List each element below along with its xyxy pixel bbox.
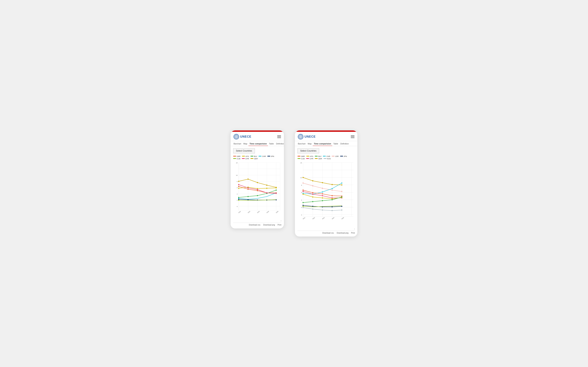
svg-point-114: [322, 193, 323, 194]
tab-barchart-1[interactable]: Barchart: [233, 141, 242, 146]
tab-table-1[interactable]: Table: [268, 141, 275, 146]
nav-tabs-2: Barchart Map Time comparision Table Defi…: [295, 141, 357, 146]
legend-1: GBR AFG BLV CHR JPN: [233, 155, 281, 160]
svg-point-103: [312, 185, 313, 186]
logo-area-2: UNECE: [298, 134, 316, 140]
svg-point-119: [322, 195, 323, 196]
download-png-1[interactable]: Download png: [263, 224, 275, 226]
svg-text:16: 16: [236, 162, 238, 164]
phone-body-1: Select Countries GBR AFG BLV CHR: [231, 146, 284, 228]
svg-point-122: [303, 194, 303, 195]
svg-point-139: [312, 209, 313, 209]
legend-chr-1: CHR: [259, 155, 266, 157]
chart-svg-1: 16 10 8 6 4 2 0 2001 2002 2003 2004 2005: [233, 161, 281, 219]
svg-point-52: [276, 190, 277, 191]
svg-point-98: [312, 180, 313, 181]
svg-text:2004: 2004: [331, 217, 335, 220]
tab-map-2[interactable]: Map: [307, 141, 313, 146]
svg-text:8: 8: [237, 181, 238, 182]
svg-point-33: [238, 181, 239, 182]
svg-text:2005: 2005: [276, 211, 279, 213]
svg-point-137: [303, 206, 303, 207]
svg-point-44: [248, 189, 249, 190]
svg-point-115: [331, 195, 333, 196]
header-1: UNECE: [231, 132, 284, 141]
svg-point-142: [341, 209, 342, 210]
tab-definition-1[interactable]: Definition: [275, 141, 284, 146]
chart-footer-1: Download csv. Download png Print: [233, 223, 281, 227]
legend-blv-1: BLV: [251, 155, 257, 157]
logo-text-2: UNECE: [304, 135, 316, 138]
tab-definition-2[interactable]: Definition: [339, 141, 350, 146]
svg-text:2002: 2002: [312, 217, 315, 220]
svg-point-58: [276, 193, 277, 194]
download-csv-1[interactable]: Download csv.: [249, 224, 260, 226]
svg-point-118: [312, 194, 313, 195]
select-countries-btn-2[interactable]: Select Countries: [297, 148, 319, 153]
svg-point-43: [238, 186, 239, 187]
legend-jpn-2: JPN: [340, 155, 347, 157]
legend-gbr-1: GBR: [233, 155, 241, 157]
hamburger-menu-1[interactable]: [277, 135, 281, 138]
svg-point-140: [322, 209, 323, 210]
svg-text:4: 4: [301, 199, 302, 201]
svg-text:2002: 2002: [248, 211, 251, 213]
svg-point-128: [312, 201, 313, 202]
legend-jpn-1: JPN: [267, 155, 274, 157]
svg-point-123: [312, 196, 313, 197]
legend-cpr-1: CPR: [242, 158, 249, 160]
svg-point-49: [248, 196, 249, 197]
svg-point-38: [238, 188, 239, 189]
svg-point-64: [238, 200, 239, 201]
svg-text:2005: 2005: [341, 217, 345, 220]
svg-point-110: [331, 188, 333, 189]
print-1[interactable]: Print: [277, 224, 281, 226]
select-countries-btn-1[interactable]: Select Countries: [233, 148, 255, 153]
svg-point-57: [266, 192, 267, 193]
svg-point-55: [248, 187, 249, 188]
svg-point-60: [248, 199, 249, 200]
logo-icon-1: [233, 134, 239, 140]
legend-gbr-2: GBR: [297, 155, 305, 157]
legend-cub-2: CUB: [297, 158, 305, 160]
logo-icon-2: [298, 134, 303, 140]
download-png-2[interactable]: Download png: [337, 232, 349, 234]
svg-point-111: [341, 182, 342, 184]
legend-jor-2: JOR: [332, 155, 339, 157]
svg-text:0: 0: [301, 214, 302, 216]
tab-table-2[interactable]: Table: [332, 141, 339, 146]
top-bar-1: [231, 131, 284, 132]
chart-2: 16 10 8 6 4 2 0 2001 2002 2003 2004 2005: [297, 161, 355, 230]
tab-map-1[interactable]: Map: [242, 141, 248, 146]
svg-point-101: [341, 184, 342, 185]
tab-time-1[interactable]: Time comparision: [248, 141, 268, 146]
print-2[interactable]: Print: [351, 232, 355, 234]
svg-point-127: [303, 202, 303, 203]
svg-point-45: [257, 190, 258, 191]
hamburger-menu-2[interactable]: [351, 135, 355, 138]
legend-ger-2: GER: [315, 158, 322, 160]
svg-point-100: [331, 184, 333, 185]
svg-point-129: [322, 200, 323, 201]
svg-point-56: [257, 189, 258, 190]
svg-point-135: [331, 206, 333, 207]
tab-time-2[interactable]: Time comparision: [313, 141, 332, 146]
svg-point-112: [303, 190, 303, 191]
svg-point-113: [312, 192, 313, 193]
svg-point-131: [341, 196, 342, 197]
legend-cpr-2: CPR: [306, 158, 313, 160]
legend-cub-1: CUB: [233, 158, 240, 160]
svg-point-36: [266, 185, 267, 186]
legend-kos-2: KOS: [324, 158, 331, 160]
svg-point-99: [322, 182, 323, 183]
svg-point-41: [266, 188, 267, 189]
top-bar-2: [295, 131, 357, 132]
legend-ger-1: GER: [251, 158, 258, 160]
download-csv-2[interactable]: Download csv.: [322, 232, 334, 234]
svg-text:2003: 2003: [257, 211, 260, 213]
tab-barchart-2[interactable]: Barchart: [297, 141, 307, 146]
svg-text:2: 2: [301, 207, 302, 208]
svg-text:6: 6: [301, 192, 302, 193]
header-2: UNECE: [295, 132, 357, 141]
svg-text:8: 8: [301, 184, 302, 186]
